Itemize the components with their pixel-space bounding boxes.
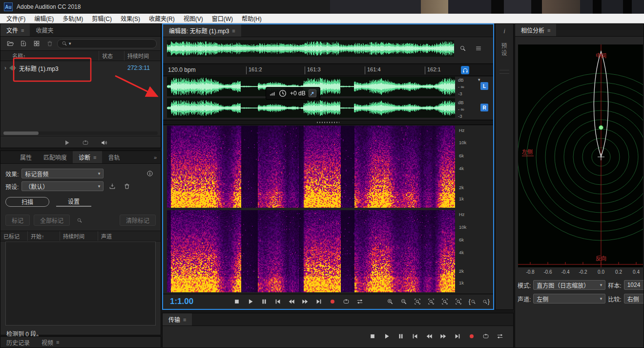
overflow-menu-icon[interactable]: » (150, 151, 161, 163)
import-file-icon[interactable] (18, 38, 29, 49)
menu-help[interactable]: 帮助(H) (237, 14, 266, 23)
search-options-chevron-icon[interactable]: ▾ (69, 41, 71, 46)
open-file-icon[interactable] (4, 38, 16, 49)
skip-to-end-button[interactable] (312, 296, 325, 307)
tab-diagnostics[interactable]: 诊断≡ (73, 151, 102, 163)
pane-divider[interactable] (163, 120, 493, 125)
stop-button[interactable] (366, 331, 379, 342)
overview-waveform[interactable] (167, 40, 454, 57)
files-search-box[interactable]: ▾ (57, 39, 157, 48)
phase-tab[interactable]: 相位分析≡ (515, 24, 556, 36)
menu-view[interactable]: 视图(V) (179, 14, 208, 23)
play-button[interactable] (244, 296, 257, 307)
info-icon[interactable]: i (496, 24, 513, 35)
file-row[interactable]: › 无标题 (1).mp3 272:3:11 (0, 62, 161, 74)
zoom-in-button[interactable] (384, 296, 396, 307)
column-start[interactable]: 开始↑ (28, 231, 60, 241)
navigate-zoom-icon[interactable] (457, 43, 469, 54)
pause-button[interactable] (395, 331, 407, 342)
loop-preview-icon[interactable] (80, 137, 91, 148)
spectrogram-left[interactable] (167, 126, 455, 208)
zoom-full-button[interactable] (452, 296, 465, 307)
column-channel[interactable]: 声道 (98, 231, 161, 241)
delete-file-icon[interactable] (44, 38, 56, 49)
panel-menu-icon[interactable]: ≡ (93, 154, 96, 160)
rewind-button[interactable] (423, 331, 436, 342)
search-input[interactable] (73, 40, 126, 47)
editor-tab[interactable]: 编辑器: 无标题 (1).mp3≡ (163, 24, 241, 37)
pause-button[interactable] (258, 296, 270, 307)
play-button[interactable] (380, 331, 393, 342)
column-duration[interactable]: 持续时间 (125, 51, 161, 61)
menu-favorites[interactable]: 收藏夹(R) (145, 14, 179, 23)
loop-playback-button[interactable] (479, 331, 492, 342)
find-marker-icon[interactable] (74, 215, 85, 226)
panel-menu-icon[interactable]: ≡ (547, 27, 550, 33)
timeline-ruler[interactable]: 120.0 bpm 161:2 161:3 161:4 162:1 (163, 64, 493, 76)
save-preset-icon[interactable] (106, 181, 118, 192)
effect-dropdown[interactable]: 标记音频▾ (21, 169, 104, 178)
fast-forward-button[interactable] (299, 296, 312, 307)
compare-dropdown[interactable]: 右侧 (624, 294, 644, 304)
horizontal-scrollbar[interactable] (3, 131, 158, 135)
mark-all-button[interactable]: 全部标记 (34, 215, 70, 226)
menu-file[interactable]: 文件(F) (2, 14, 30, 23)
pin-icon[interactable] (309, 89, 316, 97)
display-options-icon[interactable] (473, 43, 484, 54)
right-channel-button[interactable]: R (480, 104, 488, 111)
panel-menu-icon[interactable]: ≡ (232, 28, 235, 34)
waveform-right-channel[interactable] (167, 98, 455, 118)
tab-match-loudness[interactable]: 匹配响度 (38, 151, 73, 163)
menu-edit[interactable]: 编辑(E) (30, 14, 58, 23)
spectrogram-right[interactable] (167, 210, 455, 292)
channel-dropdown[interactable]: 左侧▾ (533, 294, 605, 304)
tab-files[interactable]: 文件≡ (0, 24, 30, 36)
preset-dropdown[interactable]: （默认）▾ (21, 181, 104, 191)
column-status[interactable]: 状态 (99, 51, 125, 61)
transport-tab[interactable]: 传输≡ (163, 313, 192, 326)
monitor-icon[interactable] (461, 66, 469, 74)
fast-forward-button[interactable] (437, 331, 450, 342)
skip-selection-button[interactable] (353, 296, 366, 307)
zoom-to-selection-button[interactable] (438, 296, 451, 307)
skip-to-start-button[interactable] (409, 331, 421, 342)
mark-button[interactable]: 标记 (5, 215, 30, 226)
settings-button[interactable]: 设置 (56, 196, 91, 207)
column-name[interactable]: 名称↑ (0, 51, 99, 61)
gain-hud[interactable]: +0 dB (266, 87, 320, 100)
batch-process-icon[interactable] (31, 38, 42, 49)
menu-window[interactable]: 窗口(W) (208, 14, 237, 23)
panel-menu-icon[interactable]: ≡ (56, 339, 59, 345)
marker-list[interactable] (5, 241, 156, 326)
scale-menu-chevron-icon[interactable]: ▾ (478, 77, 480, 82)
panel-menu-icon[interactable]: ≡ (183, 317, 186, 323)
zoom-out-amplitude-button[interactable] (425, 296, 437, 307)
skip-to-end-button[interactable] (451, 331, 464, 342)
expand-arrow-icon[interactable]: › (4, 65, 6, 71)
delete-preset-icon[interactable] (121, 181, 133, 192)
tab-truncated[interactable]: 音轨 (102, 151, 120, 163)
samples-dropdown[interactable]: 1024 (624, 280, 644, 290)
tab-favorites[interactable]: 收藏夹 (30, 24, 59, 36)
rewind-button[interactable] (285, 296, 298, 307)
mode-dropdown[interactable]: 直方图（日志缩放）▾ (533, 280, 605, 290)
zoom-in-amplitude-button[interactable] (411, 296, 424, 307)
loop-playback-button[interactable] (340, 296, 353, 307)
scan-button[interactable]: 扫描 (5, 197, 49, 207)
left-channel-button[interactable]: L (480, 82, 488, 90)
tab-history[interactable]: 历史记录 (0, 337, 36, 348)
record-button[interactable] (465, 331, 478, 342)
auto-play-speaker-icon[interactable] (98, 137, 110, 148)
skip-selection-button[interactable] (494, 331, 506, 342)
preview-play-icon[interactable] (61, 137, 73, 148)
skip-to-start-button[interactable] (271, 296, 284, 307)
gain-knob-icon[interactable] (278, 89, 287, 98)
column-duration[interactable]: 持续时间 (60, 231, 98, 241)
panel-menu-icon[interactable]: ≡ (21, 27, 24, 33)
divider-grip[interactable] (317, 122, 339, 123)
info-icon[interactable] (144, 168, 156, 179)
zoom-out-button[interactable] (397, 296, 410, 307)
tab-video[interactable]: 视频≡ (36, 337, 65, 348)
menu-clip[interactable]: 剪辑(C) (87, 14, 116, 23)
zoom-selection-in-point-button[interactable]: { (466, 296, 478, 307)
